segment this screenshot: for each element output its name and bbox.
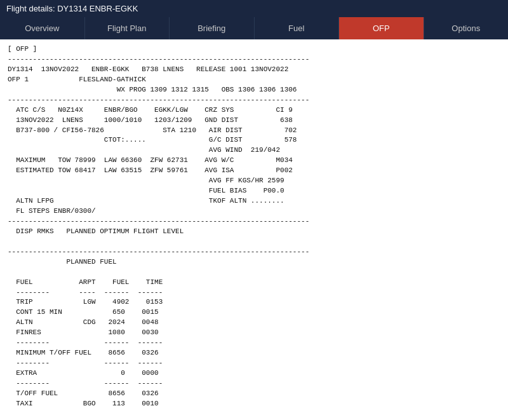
title-bar: Flight details: DY1314 ENBR-EGKK — [0, 0, 508, 17]
nav-item-options[interactable]: Options — [424, 17, 509, 39]
nav-bar: OverviewFlight PlanBriefingFuelOFPOption… — [0, 17, 508, 39]
nav-item-briefing[interactable]: Briefing — [170, 17, 255, 39]
ofp-content: [ OFP ] --------------------------------… — [8, 44, 500, 420]
nav-item-ofp[interactable]: OFP — [339, 17, 424, 39]
title-text: Flight details: DY1314 ENBR-EGKK — [6, 4, 138, 13]
nav-item-overview[interactable]: Overview — [0, 17, 85, 39]
content-area: [ OFP ] --------------------------------… — [0, 39, 508, 420]
nav-item-flight-plan[interactable]: Flight Plan — [85, 17, 170, 39]
nav-item-fuel[interactable]: Fuel — [255, 17, 340, 39]
